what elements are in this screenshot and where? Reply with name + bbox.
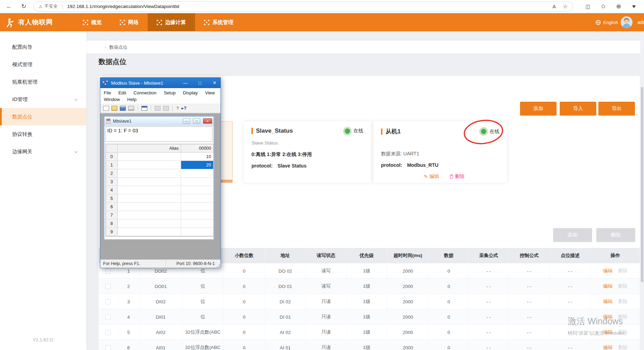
export-button[interactable]: 导出 xyxy=(598,102,635,116)
grid-alias-cell[interactable] xyxy=(118,211,181,219)
poll-definition-icon[interactable] xyxy=(155,106,161,111)
open-file-icon[interactable] xyxy=(111,106,117,111)
menu-item[interactable]: Setup xyxy=(164,90,176,95)
resize-grip[interactable] xyxy=(217,264,220,267)
grid-value-cell[interactable] xyxy=(181,228,214,236)
grid-alias-cell[interactable] xyxy=(118,169,181,178)
row-edit-button[interactable]: 编辑 xyxy=(603,298,613,305)
grid-alias-cell[interactable] xyxy=(118,194,181,203)
menu-item[interactable]: Connection xyxy=(133,90,156,95)
browser-essentials-icon[interactable]: ♥ xyxy=(628,0,639,13)
menu-item[interactable]: Help xyxy=(127,97,137,102)
table-delete-button[interactable]: 删除 xyxy=(596,228,635,242)
back-icon[interactable]: ← xyxy=(3,0,15,13)
row-delete-button[interactable]: 删除 xyxy=(618,329,628,335)
row-edit-button[interactable]: 编辑 xyxy=(603,329,613,335)
row-checkbox[interactable] xyxy=(106,299,111,304)
grid-value-cell[interactable] xyxy=(181,211,214,219)
menu-item[interactable]: Display xyxy=(183,90,198,95)
menu-item[interactable]: File xyxy=(104,90,111,95)
refresh-icon[interactable]: ↻ xyxy=(18,0,29,13)
grid-alias-cell[interactable] xyxy=(118,178,181,186)
grid-value-cell[interactable] xyxy=(181,219,214,228)
row-checkbox[interactable] xyxy=(106,330,111,335)
row-checkbox[interactable] xyxy=(106,284,111,289)
sidebar-item[interactable]: 边缘网关 xyxy=(0,143,86,160)
row-checkbox[interactable] xyxy=(106,314,111,320)
import-button[interactable]: 导入 xyxy=(560,102,596,116)
row-delete-button[interactable]: 删除 xyxy=(618,283,628,289)
split-screen-icon[interactable]: ◫ xyxy=(582,0,593,13)
context-help-icon[interactable]: ▸? xyxy=(181,106,186,111)
card-delete-button[interactable]: 删除 xyxy=(450,173,465,180)
doc-minimize-icon[interactable]: — xyxy=(183,118,190,124)
row-checkbox[interactable] xyxy=(106,345,111,350)
grid-value-cell[interactable]: 10 xyxy=(181,153,214,161)
nav-tab[interactable]: 系统管理 xyxy=(195,13,242,31)
sidebar-item[interactable]: 模式管理 xyxy=(0,56,86,73)
modbus-slave-window[interactable]: Modbus Slave - Mbslave1 — □ × FileEditCo… xyxy=(100,77,221,268)
scrollbar-thumb[interactable] xyxy=(641,87,643,282)
language-switch[interactable]: English xyxy=(596,13,618,31)
minimize-icon[interactable]: — xyxy=(179,78,191,88)
table-add-button[interactable]: 添加 xyxy=(553,228,592,242)
menu-item[interactable]: View xyxy=(205,90,215,95)
row-delete-button[interactable]: 删除 xyxy=(618,314,628,320)
mbslave-document-window[interactable]: Mbslave1 — □ × ID = 1: F = 03 Alias 0000… xyxy=(104,116,214,240)
menu-item[interactable]: Window xyxy=(104,97,120,102)
grid-value-cell[interactable] xyxy=(181,169,214,178)
help-icon[interactable]: ? xyxy=(176,106,179,111)
brand[interactable]: 有人物联网 xyxy=(6,13,53,31)
grid-value-cell[interactable] xyxy=(181,178,214,186)
grid-value-cell[interactable] xyxy=(181,203,214,211)
grid-alias-cell[interactable] xyxy=(118,161,181,169)
row-edit-button[interactable]: 编辑 xyxy=(603,268,613,274)
nav-tab[interactable]: 概览 xyxy=(74,13,111,31)
sidebar-item[interactable]: 配置向导 xyxy=(0,38,86,56)
row-delete-button[interactable]: 删除 xyxy=(618,344,628,350)
sidebar-item[interactable]: 拓展机管理 xyxy=(0,73,86,91)
print-icon[interactable] xyxy=(128,106,134,111)
nav-tab[interactable]: 边缘计算 xyxy=(148,13,195,31)
grid-alias-cell[interactable] xyxy=(118,219,181,228)
grid-alias-cell[interactable] xyxy=(118,203,181,211)
window-titlebar[interactable]: Modbus Slave - Mbslave1 — □ × xyxy=(100,78,220,88)
device-card[interactable]: 从机1 在线 数据来源: UART1 protocol: Modbus_RTU … xyxy=(373,121,507,183)
maximize-icon[interactable]: □ xyxy=(194,78,206,88)
read-aloud-icon[interactable]: A xyxy=(552,4,556,9)
grid-alias-cell[interactable] xyxy=(118,228,181,236)
nav-tab[interactable]: 网络 xyxy=(111,13,148,31)
row-delete-button[interactable]: 删除 xyxy=(618,268,628,274)
address-bar[interactable]: ⚠ 不安全 | 192.168.1.1/#/origin/edgecalcula… xyxy=(33,1,573,11)
avatar[interactable] xyxy=(621,16,633,28)
grid-value-cell[interactable]: 20 xyxy=(181,161,214,169)
sidebar-item[interactable]: 数据点位 xyxy=(0,108,86,125)
sidebar-item[interactable]: IO管理 xyxy=(0,91,86,108)
grid-alias-cell[interactable] xyxy=(118,186,181,194)
add-device-button[interactable]: 添加 xyxy=(520,102,557,116)
row-edit-button[interactable]: 编辑 xyxy=(603,283,613,289)
display-setup-icon[interactable] xyxy=(141,106,147,111)
grid-value-cell[interactable] xyxy=(181,194,214,203)
slave-status-card[interactable]: Slave_Status 在线 Slave Status 0:离线 1:异常 2… xyxy=(244,121,371,183)
communication-icon[interactable] xyxy=(163,106,169,111)
row-edit-button[interactable]: 编辑 xyxy=(603,314,613,320)
close-icon[interactable]: × xyxy=(209,78,220,88)
grid-value-cell[interactable] xyxy=(181,186,214,194)
document-titlebar[interactable]: Mbslave1 — □ × xyxy=(104,117,214,126)
card-edit-button[interactable]: ✎ 编辑 xyxy=(424,173,439,180)
url-text[interactable]: 192.168.1.1/#/origin/edgecalculation/Vie… xyxy=(67,4,545,9)
doc-restore-icon[interactable]: □ xyxy=(193,118,200,124)
save-icon[interactable] xyxy=(120,106,126,111)
doc-close-icon[interactable]: × xyxy=(203,118,212,124)
row-checkbox[interactable] xyxy=(106,269,111,274)
row-delete-button[interactable]: 删除 xyxy=(618,298,628,305)
sidebar-item[interactable]: 协议转换 xyxy=(0,125,86,143)
collections-icon[interactable]: ⊕ xyxy=(613,0,624,13)
favorite-icon[interactable]: ☆ xyxy=(563,3,568,10)
menu-item[interactable]: Edit xyxy=(118,90,126,95)
row-edit-button[interactable]: 编辑 xyxy=(603,344,613,350)
favorites-bar-icon[interactable]: ✩ xyxy=(598,0,609,13)
grid-alias-cell[interactable] xyxy=(118,153,181,161)
new-file-icon[interactable] xyxy=(103,106,109,111)
